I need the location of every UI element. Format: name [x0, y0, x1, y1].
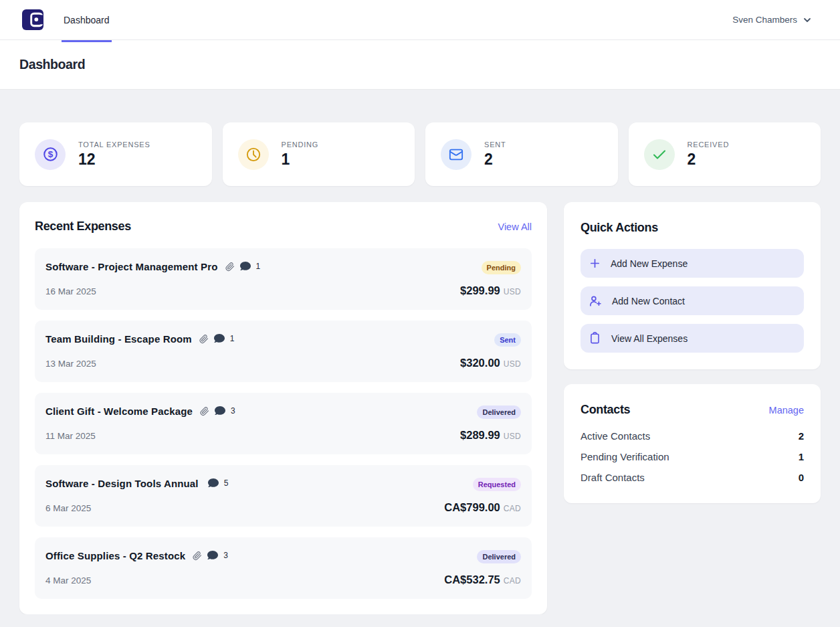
- svg-text:$: $: [47, 149, 53, 159]
